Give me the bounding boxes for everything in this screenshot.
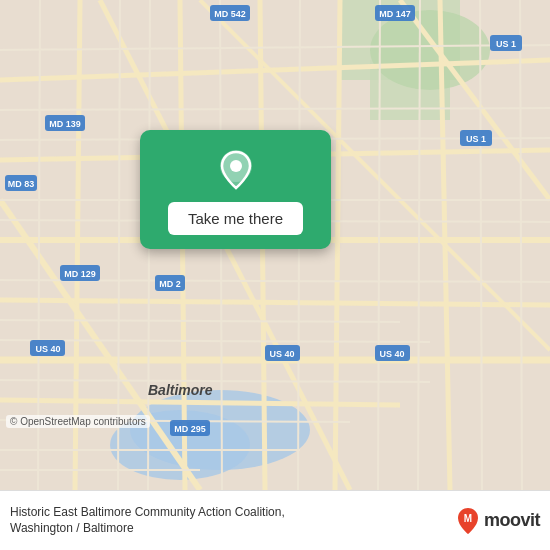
button-overlay: Take me there [140, 130, 331, 249]
svg-text:US 40: US 40 [269, 349, 294, 359]
svg-text:MD 542: MD 542 [214, 9, 246, 19]
svg-text:M: M [464, 513, 472, 524]
svg-text:US 40: US 40 [35, 344, 60, 354]
svg-text:US 1: US 1 [466, 134, 486, 144]
svg-text:MD 139: MD 139 [49, 119, 81, 129]
map-attribution: © OpenStreetMap contributors [6, 415, 150, 428]
map-container: MD 542 MD 147 US 1 US 1 MD 139 MD 45 MD … [0, 0, 550, 490]
svg-text:MD 147: MD 147 [379, 9, 411, 19]
svg-text:US 1: US 1 [496, 39, 516, 49]
location-pin-icon [214, 148, 258, 192]
svg-point-70 [230, 160, 242, 172]
svg-text:MD 129: MD 129 [64, 269, 96, 279]
svg-text:Baltimore: Baltimore [148, 382, 213, 398]
place-name: Historic East Baltimore Community Action… [10, 505, 285, 536]
take-me-there-button[interactable]: Take me there [168, 202, 303, 235]
moovit-logo: M moovit [456, 507, 540, 535]
svg-text:MD 83: MD 83 [8, 179, 35, 189]
moovit-pin-icon: M [456, 507, 480, 535]
svg-text:MD 295: MD 295 [174, 424, 206, 434]
svg-text:US 40: US 40 [379, 349, 404, 359]
svg-point-3 [370, 10, 490, 90]
moovit-brand-text: moovit [484, 510, 540, 531]
green-action-box: Take me there [140, 130, 331, 249]
bottom-bar: Historic East Baltimore Community Action… [0, 490, 550, 550]
svg-text:MD 2: MD 2 [159, 279, 181, 289]
place-info: Historic East Baltimore Community Action… [10, 505, 446, 536]
